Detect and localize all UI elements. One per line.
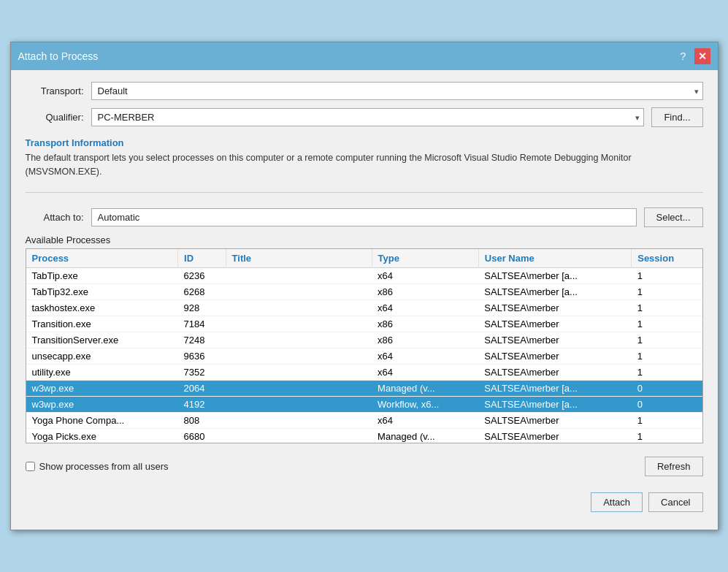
col-id[interactable]: ID [178, 249, 226, 268]
table-row[interactable]: taskhostex.exe928x64SALTSEA\merber1 [26, 300, 702, 316]
available-processes-title: Available Processes [26, 234, 703, 245]
table-cell: x64 [372, 348, 478, 364]
available-processes-section: Available Processes Process ID Title Typ… [26, 234, 703, 443]
table-cell: 928 [178, 300, 226, 316]
transport-label: Transport: [26, 85, 84, 96]
select-button[interactable]: Select... [644, 207, 703, 227]
table-row[interactable]: utility.exe7352x64SALTSEA\merber1 [26, 364, 702, 380]
table-cell [226, 267, 372, 283]
table-cell [226, 283, 372, 300]
table-cell: x64 [372, 300, 478, 316]
table-cell: x86 [372, 332, 478, 348]
help-button[interactable]: ? [675, 48, 691, 64]
table-cell: x86 [372, 316, 478, 332]
table-cell: TabTip32.exe [26, 283, 178, 300]
table-cell: 1 [632, 283, 702, 300]
process-table-container[interactable]: Process ID Title Type User Name Session … [26, 249, 702, 443]
table-cell [226, 364, 372, 380]
table-cell: 1 [632, 428, 702, 443]
table-cell: SALTSEA\merber [a... [478, 267, 631, 283]
table-cell: 1 [632, 332, 702, 348]
table-cell: Yoga Picks.exe [26, 428, 178, 443]
table-cell: SALTSEA\merber [478, 428, 631, 443]
table-cell [226, 412, 372, 428]
table-cell: 1 [632, 316, 702, 332]
table-row[interactable]: TabTip32.exe6268x86SALTSEA\merber [a...1 [26, 283, 702, 300]
table-cell [226, 380, 372, 396]
table-cell: w3wp.exe [26, 380, 178, 396]
table-cell: SALTSEA\merber [a... [478, 283, 631, 300]
find-button[interactable]: Find... [651, 107, 702, 127]
table-row[interactable]: Transition.exe7184x86SALTSEA\merber1 [26, 316, 702, 332]
table-cell: 1 [632, 412, 702, 428]
table-cell: 808 [178, 412, 226, 428]
attach-to-label: Attach to: [26, 212, 84, 223]
qualifier-select[interactable]: PC-MERBER [91, 108, 645, 126]
show-all-processes-text: Show processes from all users [39, 461, 169, 472]
table-cell: SALTSEA\merber [478, 364, 631, 380]
table-row[interactable]: Yoga Phone Compa...808x64SALTSEA\merber1 [26, 412, 702, 428]
col-username[interactable]: User Name [478, 249, 631, 268]
table-cell: 1 [632, 348, 702, 364]
table-cell: Transition.exe [26, 316, 178, 332]
table-cell: w3wp.exe [26, 396, 178, 412]
attach-button[interactable]: Attach [591, 492, 643, 512]
table-cell: 6268 [178, 283, 226, 300]
table-cell: 7184 [178, 316, 226, 332]
transport-select-wrapper: Default ▾ [91, 82, 703, 100]
table-cell: SALTSEA\merber [478, 348, 631, 364]
table-cell: SALTSEA\merber [478, 332, 631, 348]
qualifier-label: Qualifier: [26, 112, 84, 123]
table-cell [226, 396, 372, 412]
attach-to-process-dialog: Attach to Process ? ✕ Transport: Default… [10, 42, 719, 530]
table-cell: utility.exe [26, 364, 178, 380]
table-cell [226, 348, 372, 364]
table-cell: 6680 [178, 428, 226, 443]
show-all-processes-label[interactable]: Show processes from all users [26, 461, 169, 472]
table-cell: 6236 [178, 267, 226, 283]
table-cell: 0 [632, 380, 702, 396]
refresh-button[interactable]: Refresh [645, 457, 703, 476]
table-cell: x64 [372, 412, 478, 428]
table-cell: Yoga Phone Compa... [26, 412, 178, 428]
table-cell: Managed (v... [372, 428, 478, 443]
table-cell: TransitionServer.exe [26, 332, 178, 348]
close-button[interactable]: ✕ [694, 48, 710, 64]
transport-info-title: Transport Information [26, 137, 703, 148]
col-type[interactable]: Type [372, 249, 478, 268]
title-bar-buttons: ? ✕ [675, 48, 710, 64]
col-session[interactable]: Session [632, 249, 702, 268]
table-cell: SALTSEA\merber [478, 300, 631, 316]
table-cell: 4192 [178, 396, 226, 412]
table-row[interactable]: Yoga Picks.exe6680Managed (v...SALTSEA\m… [26, 428, 702, 443]
table-row[interactable]: w3wp.exe4192Workflow, x6...SALTSEA\merbe… [26, 396, 702, 412]
table-cell: SALTSEA\merber [a... [478, 396, 631, 412]
show-all-processes-checkbox[interactable] [26, 462, 35, 471]
table-cell: 9636 [178, 348, 226, 364]
process-table-header: Process ID Title Type User Name Session [26, 249, 702, 268]
table-cell: Workflow, x6... [372, 396, 478, 412]
transport-row: Transport: Default ▾ [26, 82, 703, 100]
table-row[interactable]: w3wp.exe2064Managed (v...SALTSEA\merber … [26, 380, 702, 396]
table-cell: 1 [632, 267, 702, 283]
table-cell: SALTSEA\merber [478, 412, 631, 428]
transport-info-section: Transport Information The default transp… [26, 134, 703, 182]
table-cell: taskhostex.exe [26, 300, 178, 316]
cancel-button[interactable]: Cancel [648, 492, 702, 512]
table-cell [226, 300, 372, 316]
table-row[interactable]: TransitionServer.exe7248x86SALTSEA\merbe… [26, 332, 702, 348]
table-cell: SALTSEA\merber [a... [478, 380, 631, 396]
transport-select[interactable]: Default [91, 82, 703, 100]
attach-to-value: Automatic [91, 208, 637, 226]
table-cell: TabTip.exe [26, 267, 178, 283]
table-cell: 7352 [178, 364, 226, 380]
col-title[interactable]: Title [226, 249, 372, 268]
process-table-wrapper: Process ID Title Type User Name Session … [26, 248, 703, 443]
col-process[interactable]: Process [26, 249, 178, 268]
table-row[interactable]: TabTip.exe6236x64SALTSEA\merber [a...1 [26, 267, 702, 283]
table-cell: 1 [632, 300, 702, 316]
table-row[interactable]: unsecapp.exe9636x64SALTSEA\merber1 [26, 348, 702, 364]
table-cell: unsecapp.exe [26, 348, 178, 364]
table-cell [226, 316, 372, 332]
table-cell: Managed (v... [372, 380, 478, 396]
